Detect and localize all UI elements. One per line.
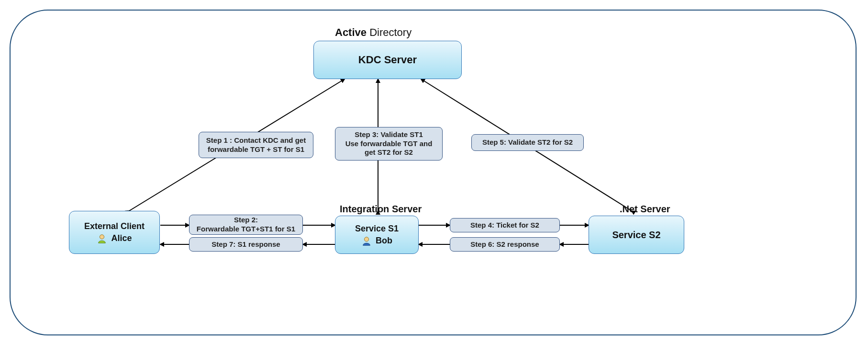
step-2-line1: Step 2: — [234, 216, 258, 225]
step-5-box: Step 5: Validate ST2 for S2 — [471, 134, 584, 151]
integration-server-title: Integration Server — [340, 204, 422, 215]
service-s1-node: Service S1 Bob — [335, 216, 419, 254]
title-directory: Directory — [367, 26, 412, 38]
bob-label: Bob — [376, 236, 392, 246]
step-7-box: Step 7: S1 response — [189, 237, 303, 252]
user-icon-bob — [361, 236, 372, 246]
external-client-title: External Client — [84, 221, 145, 231]
alice-label: Alice — [111, 233, 132, 243]
service-s2-label: Service S2 — [612, 230, 660, 241]
step-3-box: Step 3: Validate ST1 Use forwardable TGT… — [335, 127, 443, 161]
kdc-label: KDC Server — [358, 54, 417, 66]
step-1-box: Step 1 : Contact KDC and get forwardable… — [199, 132, 313, 158]
external-client-node: External Client Alice — [69, 211, 160, 254]
bob-row: Bob — [361, 236, 392, 246]
title-active: Active — [335, 26, 367, 38]
net-server-title: .Net Server — [620, 204, 670, 215]
active-directory-title: Active Directory — [335, 26, 412, 39]
alice-row: Alice — [97, 233, 132, 244]
step-4-box: Step 4: Ticket for S2 — [450, 218, 560, 232]
service-s1-label: Service S1 — [355, 224, 399, 234]
user-icon-alice — [97, 233, 107, 244]
svg-point-11 — [100, 234, 104, 239]
kdc-server-node: KDC Server — [313, 41, 462, 79]
svg-point-12 — [364, 237, 368, 241]
step-2-line2: Forwardable TGT+ST1 for S1 — [197, 225, 295, 234]
step-6-box: Step 6: S2 response — [450, 237, 560, 252]
step-2-box: Step 2: Forwardable TGT+ST1 for S1 — [189, 215, 303, 235]
service-s2-node: Service S2 — [589, 216, 684, 254]
